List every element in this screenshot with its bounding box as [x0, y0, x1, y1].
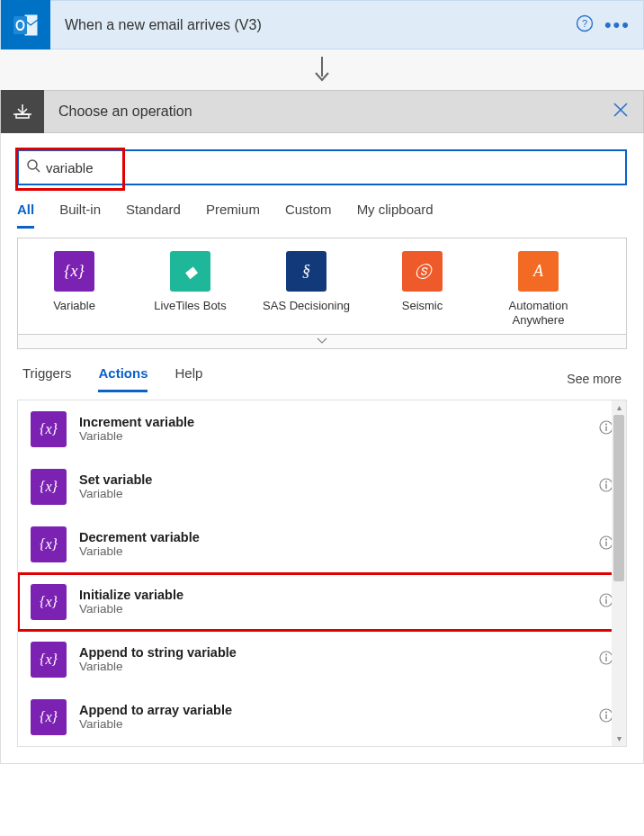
action-text: Append to string variableVariable — [79, 645, 237, 673]
svg-rect-17 — [605, 427, 606, 431]
action-append-to-array-variable[interactable]: {x}Append to array variableVariable — [18, 688, 626, 746]
choose-operation-header: Choose an operation — [0, 90, 644, 133]
connector-variable[interactable]: {x}Variable — [27, 251, 121, 328]
svg-rect-23 — [605, 542, 606, 546]
connector-tile-icon: {x} — [54, 251, 94, 292]
svg-point-31 — [605, 712, 607, 714]
actions-panel: {x}Increment variableVariable{x}Set vari… — [17, 400, 627, 747]
svg-line-14 — [36, 168, 40, 172]
svg-text:?: ? — [582, 18, 587, 29]
action-title: Set variable — [79, 472, 152, 487]
connector-livetiles-bots[interactable]: ◆LiveTiles Bots — [143, 251, 237, 328]
connector-tile-icon: § — [286, 251, 326, 292]
svg-point-16 — [605, 424, 607, 426]
connector-tile-icon: ⓢ — [402, 251, 443, 292]
subtabs: TriggersActionsHelp — [22, 365, 202, 392]
connector-seismic[interactable]: ⓢSeismic — [375, 251, 470, 328]
outlook-icon — [1, 0, 50, 49]
variable-icon: {x} — [31, 411, 67, 447]
see-more-link[interactable]: See more — [567, 372, 622, 386]
chevron-down-icon — [317, 336, 327, 346]
svg-rect-26 — [605, 599, 606, 604]
connector-label: LiveTiles Bots — [154, 299, 226, 313]
more-icon[interactable]: ••• — [604, 13, 631, 37]
connector-label: SAS Decisioning — [263, 299, 350, 313]
connector-tile-icon: ◆ — [170, 251, 210, 292]
filter-tab-built-in[interactable]: Built-in — [59, 202, 101, 229]
filter-tab-my-clipboard[interactable]: My clipboard — [357, 202, 434, 229]
action-text: Initialize variableVariable — [79, 588, 183, 616]
action-title: Initialize variable — [79, 588, 183, 602]
subtab-actions[interactable]: Actions — [98, 365, 148, 392]
action-set-variable[interactable]: {x}Set variableVariable — [18, 458, 626, 516]
svg-point-22 — [605, 539, 607, 541]
collapse-strip[interactable] — [17, 335, 627, 349]
connectors-row: {x}Variable◆LiveTiles Bots§SAS Decisioni… — [27, 251, 617, 328]
connector-label: Seismic — [402, 299, 443, 313]
connector-tile-icon: A — [518, 251, 559, 292]
filter-tab-custom[interactable]: Custom — [285, 202, 332, 229]
action-subtitle: Variable — [79, 487, 152, 500]
scrollbar[interactable]: ▴ ▾ — [612, 400, 626, 746]
action-subtitle: Variable — [79, 602, 183, 616]
variable-icon: {x} — [31, 699, 67, 735]
svg-rect-3 — [13, 16, 27, 34]
choose-operation-title: Choose an operation — [44, 103, 613, 120]
action-append-to-string-variable[interactable]: {x}Append to string variableVariable — [18, 631, 626, 688]
subtab-help[interactable]: Help — [174, 365, 202, 392]
action-subtitle: Variable — [79, 660, 237, 673]
subtab-triggers[interactable]: Triggers — [22, 365, 71, 392]
action-subtitle: Variable — [79, 429, 194, 443]
connector-label: Automation Anywhere — [491, 299, 586, 328]
action-title: Increment variable — [79, 415, 194, 429]
search-icon — [26, 158, 40, 176]
filter-tab-premium[interactable]: Premium — [206, 202, 260, 229]
search-wrapper — [17, 149, 627, 185]
variable-icon: {x} — [31, 584, 67, 620]
scroll-up-icon[interactable]: ▴ — [612, 400, 626, 415]
filter-tab-all[interactable]: All — [17, 202, 34, 229]
operation-picker: AllBuilt-inStandardPremiumCustomMy clipb… — [0, 133, 644, 764]
trigger-title: When a new email arrives (V3) — [50, 17, 576, 33]
filter-tab-standard[interactable]: Standard — [126, 202, 181, 229]
search-input[interactable] — [19, 151, 625, 184]
svg-rect-32 — [605, 715, 606, 719]
scroll-thumb[interactable] — [613, 415, 624, 581]
close-icon[interactable] — [613, 102, 629, 122]
variable-icon: {x} — [31, 642, 67, 678]
svg-point-25 — [605, 597, 607, 598]
action-initialize-variable[interactable]: {x}Initialize variableVariable — [18, 573, 626, 631]
action-decrement-variable[interactable]: {x}Decrement variableVariable — [18, 516, 626, 573]
action-text: Set variableVariable — [79, 472, 152, 500]
action-title: Append to string variable — [79, 645, 237, 660]
action-text: Decrement variableVariable — [79, 530, 200, 558]
svg-point-13 — [28, 160, 37, 169]
connectors-panel: {x}Variable◆LiveTiles Bots§SAS Decisioni… — [17, 238, 627, 335]
connector-automation-anywhere[interactable]: AAutomation Anywhere — [491, 251, 586, 328]
connector-sas-decisioning[interactable]: §SAS Decisioning — [259, 251, 353, 328]
action-title: Decrement variable — [79, 530, 200, 544]
svg-rect-20 — [605, 484, 606, 489]
svg-point-28 — [605, 654, 607, 656]
action-text: Increment variableVariable — [79, 415, 194, 443]
variable-icon: {x} — [31, 526, 67, 562]
filter-tabs: AllBuilt-inStandardPremiumCustomMy clipb… — [17, 202, 627, 229]
help-icon[interactable]: ? — [576, 14, 594, 36]
flow-arrow — [0, 49, 644, 90]
action-subtitle: Variable — [79, 544, 200, 558]
actions-list: {x}Increment variableVariable{x}Set vari… — [18, 400, 626, 746]
variable-icon: {x} — [31, 469, 67, 505]
action-increment-variable[interactable]: {x}Increment variableVariable — [18, 400, 626, 458]
trigger-card[interactable]: When a new email arrives (V3) ? ••• — [0, 0, 644, 49]
action-text: Append to array variableVariable — [79, 703, 232, 731]
scroll-down-icon[interactable]: ▾ — [612, 732, 626, 746]
action-subtitle: Variable — [79, 717, 232, 731]
subtabs-row: TriggersActionsHelp See more — [22, 365, 622, 392]
connector-label: Variable — [53, 299, 95, 313]
svg-point-19 — [605, 481, 607, 483]
action-title: Append to array variable — [79, 703, 232, 717]
choose-operation-icon — [1, 90, 44, 133]
svg-rect-29 — [605, 657, 606, 661]
